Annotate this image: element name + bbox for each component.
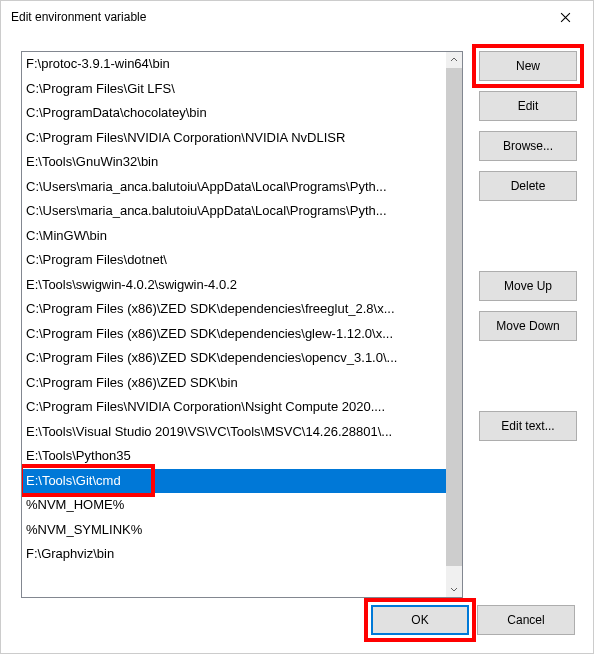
list-item[interactable]: E:\Tools\Git\cmd (22, 469, 446, 494)
path-listbox[interactable]: F:\protoc-3.9.1-win64\binC:\Program File… (21, 51, 463, 598)
list-item[interactable]: F:\protoc-3.9.1-win64\bin (22, 52, 446, 77)
close-icon (560, 12, 571, 23)
scrollbar[interactable] (446, 52, 462, 597)
list-item[interactable]: C:\Users\maria_anca.balutoiu\AppData\Loc… (22, 175, 446, 200)
move-down-button[interactable]: Move Down (479, 311, 577, 341)
edit-text-button[interactable]: Edit text... (479, 411, 577, 441)
cancel-button[interactable]: Cancel (477, 605, 575, 635)
chevron-down-icon (450, 585, 458, 593)
move-up-button[interactable]: Move Up (479, 271, 577, 301)
side-buttons: New Edit Browse... Delete Move Up Move D… (479, 51, 577, 451)
list-item[interactable]: %NVM_SYMLINK% (22, 518, 446, 543)
browse-button[interactable]: Browse... (479, 131, 577, 161)
ok-button[interactable]: OK (371, 605, 469, 635)
list-item[interactable]: C:\Program Files (x86)\ZED SDK\bin (22, 371, 446, 396)
new-button[interactable]: New (479, 51, 577, 81)
scroll-down-button[interactable] (446, 581, 462, 597)
list-item[interactable]: C:\Program Files (x86)\ZED SDK\dependenc… (22, 346, 446, 371)
list-item[interactable]: C:\Program Files\Git LFS\ (22, 77, 446, 102)
list-item[interactable]: E:\Tools\GnuWin32\bin (22, 150, 446, 175)
list-item[interactable]: E:\Tools\swigwin-4.0.2\swigwin-4.0.2 (22, 273, 446, 298)
dialog-content: F:\protoc-3.9.1-win64\binC:\Program File… (1, 33, 593, 69)
delete-button[interactable]: Delete (479, 171, 577, 201)
titlebar: Edit environment variable (1, 1, 593, 33)
list-item[interactable]: E:\Tools\Visual Studio 2019\VS\VC\Tools\… (22, 420, 446, 445)
list-item[interactable]: C:\Program Files\dotnet\ (22, 248, 446, 273)
scroll-thumb[interactable] (446, 68, 462, 566)
list-item[interactable]: C:\Users\maria_anca.balutoiu\AppData\Loc… (22, 199, 446, 224)
list-item[interactable]: C:\Program Files\NVIDIA Corporation\NVID… (22, 126, 446, 151)
scroll-track[interactable] (446, 68, 462, 581)
list-item[interactable]: C:\Program Files (x86)\ZED SDK\dependenc… (22, 322, 446, 347)
list-item[interactable]: C:\MinGW\bin (22, 224, 446, 249)
dialog-bottom-buttons: OK Cancel (1, 605, 593, 635)
window-title: Edit environment variable (11, 10, 146, 24)
close-button[interactable] (543, 2, 587, 32)
list-item[interactable]: E:\Tools\Python35 (22, 444, 446, 469)
list-item[interactable]: %NVM_HOME% (22, 493, 446, 518)
list-item[interactable]: F:\Graphviz\bin (22, 542, 446, 567)
list-item[interactable]: C:\Program Files (x86)\ZED SDK\dependenc… (22, 297, 446, 322)
list-item[interactable]: C:\ProgramData\chocolatey\bin (22, 101, 446, 126)
edit-button[interactable]: Edit (479, 91, 577, 121)
scroll-up-button[interactable] (446, 52, 462, 68)
list-inner: F:\protoc-3.9.1-win64\binC:\Program File… (22, 52, 446, 597)
list-item[interactable]: C:\Program Files\NVIDIA Corporation\Nsig… (22, 395, 446, 420)
chevron-up-icon (450, 56, 458, 64)
